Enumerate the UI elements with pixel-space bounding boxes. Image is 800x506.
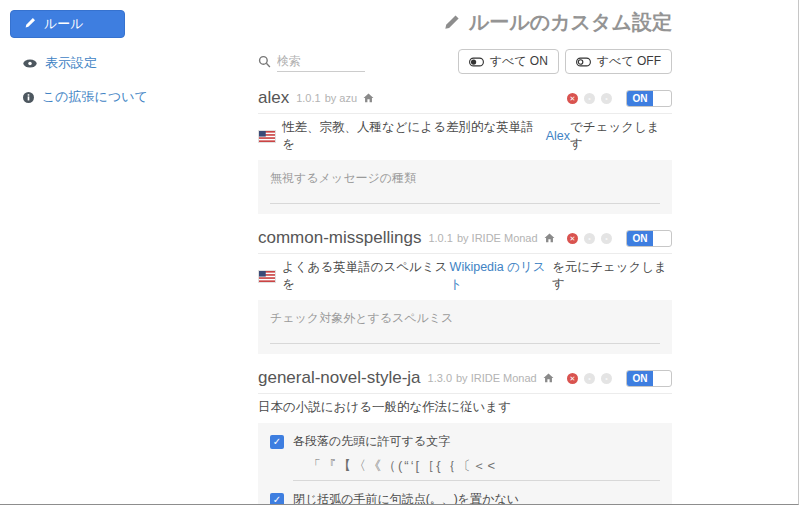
rule-name: general-novel-style-ja bbox=[258, 368, 421, 388]
checkbox-checked-icon bbox=[270, 493, 284, 505]
severity-warning-icon[interactable] bbox=[584, 373, 595, 384]
us-flag-icon bbox=[258, 130, 276, 143]
severity-info-icon[interactable] bbox=[601, 93, 612, 104]
sidebar-item-about[interactable]: この拡張について bbox=[23, 88, 245, 106]
rule-header: alex 1.0.1 by azu ON bbox=[258, 88, 672, 114]
sidebar: ルール 表示設定 この拡張について bbox=[10, 10, 245, 106]
rule-header: general-novel-style-ja 1.3.0 by IRIDE Mo… bbox=[258, 368, 672, 394]
severity-warning-icon[interactable] bbox=[584, 233, 595, 244]
option-leading-chars-checkbox[interactable]: 各段落の先頭に許可する文字 bbox=[270, 433, 660, 450]
home-icon[interactable] bbox=[544, 233, 555, 243]
severity-error-icon[interactable] bbox=[567, 93, 578, 104]
pencil-icon bbox=[24, 17, 36, 32]
eye-icon bbox=[23, 59, 37, 68]
rule-toggle[interactable]: ON bbox=[626, 90, 672, 107]
rule-author: by IRIDE Monad bbox=[456, 372, 537, 384]
leading-chars-input[interactable] bbox=[293, 458, 660, 481]
ignored-message-types-textarea[interactable] bbox=[270, 168, 660, 204]
search-box bbox=[258, 51, 365, 72]
page-title: ルールのカスタム設定 bbox=[258, 9, 672, 36]
rule-description: 性差、宗教、人種などによる差別的な英単語を Alex でチェックします bbox=[258, 119, 672, 153]
all-off-button[interactable]: すべて OFF bbox=[565, 49, 672, 74]
search-icon bbox=[258, 55, 271, 68]
search-input[interactable] bbox=[277, 51, 365, 72]
rule-item-alex: alex 1.0.1 by azu ON bbox=[258, 88, 672, 214]
rule-item-common-misspellings: common-misspellings 1.0.1 by IRIDE Monad… bbox=[258, 228, 672, 354]
rule-controls: ON bbox=[567, 230, 672, 247]
rule-toggle-state: ON bbox=[627, 231, 653, 246]
home-icon[interactable] bbox=[363, 93, 374, 103]
rule-options-panel bbox=[258, 160, 672, 214]
bulk-toggle-buttons: すべて ON すべて OFF bbox=[458, 49, 672, 74]
extension-options-window: ルール 表示設定 この拡張について ルールのカスタム設定 bbox=[0, 0, 799, 505]
rule-version: 1.0.1 bbox=[296, 92, 320, 104]
checkbox-checked-icon bbox=[270, 435, 284, 449]
severity-error-icon[interactable] bbox=[567, 373, 578, 384]
severity-error-icon[interactable] bbox=[567, 233, 578, 244]
rule-version: 1.3.0 bbox=[428, 372, 452, 384]
toolbar: すべて ON すべて OFF bbox=[258, 49, 672, 74]
severity-info-icon[interactable] bbox=[601, 373, 612, 384]
rule-description: よくある英単語のスペルミスを Wikipedia のリスト を元にチェックします bbox=[258, 259, 672, 293]
rule-description-link[interactable]: Wikipedia のリスト bbox=[450, 259, 552, 293]
excluded-misspellings-textarea[interactable] bbox=[270, 308, 660, 344]
sidebar-item-display-settings[interactable]: 表示設定 bbox=[23, 54, 245, 72]
pencil-icon bbox=[443, 14, 460, 31]
rule-controls: ON bbox=[567, 90, 672, 107]
rule-options-panel: 各段落の先頭に許可する文字 閉じ括弧の手前に句読点(。、)を置かない 疑問符(？… bbox=[258, 423, 672, 505]
rule-name: common-misspellings bbox=[258, 228, 421, 248]
rule-author: by azu bbox=[325, 92, 357, 104]
rule-options-panel bbox=[258, 300, 672, 354]
rule-toggle[interactable]: ON bbox=[626, 370, 672, 387]
rule-description-link[interactable]: Alex bbox=[546, 129, 570, 143]
rule-controls: ON bbox=[567, 370, 672, 387]
rule-author: by IRIDE Monad bbox=[457, 232, 538, 244]
sidebar-item-label: この拡張について bbox=[42, 88, 148, 106]
rule-toggle[interactable]: ON bbox=[626, 230, 672, 247]
rule-toggle-state: ON bbox=[627, 91, 653, 106]
rule-description: 日本の小説における一般的な作法に従います bbox=[258, 399, 672, 416]
main-content: ルールのカスタム設定 すべて ON bbox=[258, 0, 672, 505]
option-no-punct-before-bracket-checkbox[interactable]: 閉じ括弧の手前に句読点(。、)を置かない bbox=[270, 491, 660, 505]
rule-header: common-misspellings 1.0.1 by IRIDE Monad… bbox=[258, 228, 672, 254]
toggle-on-icon bbox=[469, 57, 484, 67]
all-on-button[interactable]: すべて ON bbox=[458, 49, 559, 74]
sidebar-item-label: 表示設定 bbox=[45, 54, 97, 72]
us-flag-icon bbox=[258, 270, 276, 283]
toggle-off-icon bbox=[576, 57, 591, 67]
home-icon[interactable] bbox=[543, 373, 554, 383]
severity-info-icon[interactable] bbox=[601, 233, 612, 244]
rule-toggle-state: ON bbox=[627, 371, 653, 386]
info-circle-icon bbox=[23, 92, 34, 103]
sidebar-item-label: ルール bbox=[44, 15, 84, 33]
rule-version: 1.0.1 bbox=[428, 232, 452, 244]
rule-name: alex bbox=[258, 88, 289, 108]
rule-item-general-novel-style-ja: general-novel-style-ja 1.3.0 by IRIDE Mo… bbox=[258, 368, 672, 505]
severity-warning-icon[interactable] bbox=[584, 93, 595, 104]
sidebar-item-rules[interactable]: ルール bbox=[10, 10, 125, 38]
